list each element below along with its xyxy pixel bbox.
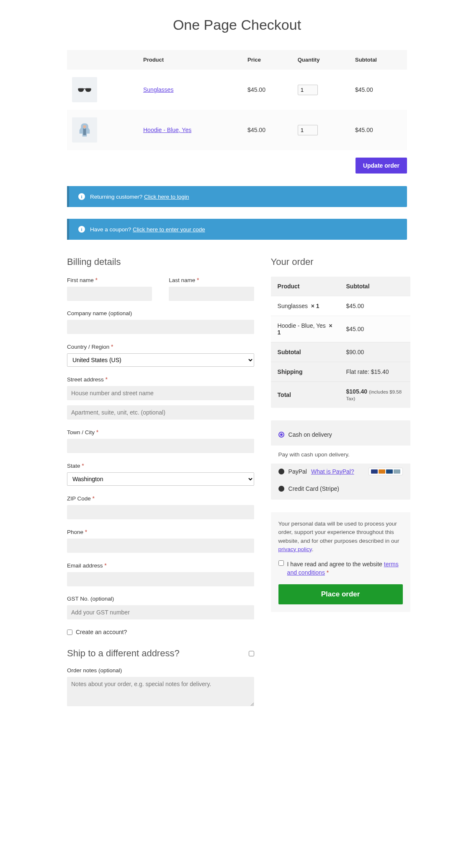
- order-summary: Product Subtotal Sunglasses × 1 $45.00 H…: [271, 277, 410, 408]
- payment-methods: Cash on delivery Pay with cash upon deli…: [271, 420, 410, 500]
- billing-column: Billing details First name * Last name *…: [67, 257, 254, 717]
- radio-icon: [278, 486, 284, 492]
- state-label: State *: [67, 462, 254, 469]
- returning-text: Returning customer?: [90, 194, 142, 200]
- place-order-box: Your personal data will be used to proce…: [271, 512, 410, 612]
- company-label: Company name (optional): [67, 310, 254, 316]
- phone-input[interactable]: [67, 539, 254, 553]
- stripe-label: Credit Card (Stripe): [289, 485, 339, 492]
- th-price: Price: [242, 50, 293, 70]
- update-order-button[interactable]: Update order: [356, 158, 407, 174]
- paypal-what-link[interactable]: What is PayPal?: [311, 468, 354, 475]
- info-icon: i: [78, 226, 85, 233]
- payment-option-cod[interactable]: Cash on delivery: [271, 427, 410, 444]
- company-input[interactable]: [67, 320, 254, 334]
- cart-table: Product Price Quantity Subtotal Sunglass…: [67, 50, 407, 150]
- paypal-label: PayPal: [289, 468, 307, 475]
- street-label: Street address *: [67, 376, 254, 383]
- product-link[interactable]: Hoodie - Blue, Yes: [143, 127, 191, 133]
- phone-label: Phone *: [67, 529, 254, 535]
- card-logos-icon: [368, 468, 403, 475]
- order-th-subtotal: Subtotal: [340, 277, 410, 296]
- page-title: One Page Checkout: [67, 17, 407, 33]
- gst-input[interactable]: [67, 605, 254, 619]
- state-select[interactable]: Washington: [67, 472, 254, 486]
- subtotal-cell: $45.00: [350, 70, 407, 110]
- login-link[interactable]: Click here to login: [144, 194, 189, 200]
- cod-description: Pay with cash upon delivery.: [271, 446, 410, 464]
- price-cell: $45.00: [242, 70, 293, 110]
- terms-checkbox[interactable]: [278, 560, 284, 566]
- first-name-label: First name *: [67, 277, 152, 283]
- country-label: Country / Region *: [67, 343, 254, 350]
- order-line: Hoodie - Blue, Yes × 1 $45.00: [271, 316, 410, 342]
- payment-option-stripe[interactable]: Credit Card (Stripe): [271, 481, 410, 498]
- order-notes-label: Order notes (optional): [67, 667, 254, 674]
- order-th-product: Product: [271, 277, 340, 296]
- product-thumb: [72, 117, 97, 143]
- order-heading: Your order: [271, 257, 410, 267]
- quantity-input[interactable]: [298, 125, 318, 135]
- order-line: Sunglasses × 1 $45.00: [271, 296, 410, 316]
- email-input[interactable]: [67, 572, 254, 586]
- table-row: Hoodie - Blue, Yes $45.00 $45.00: [67, 110, 407, 150]
- price-cell: $45.00: [242, 110, 293, 150]
- email-label: Email address *: [67, 562, 254, 569]
- quantity-input[interactable]: [298, 85, 318, 95]
- first-name-input[interactable]: [67, 287, 152, 301]
- table-row: Sunglasses $45.00 $45.00: [67, 70, 407, 110]
- cod-label: Cash on delivery: [289, 431, 332, 438]
- order-subtotal-row: Subtotal $90.00: [271, 342, 410, 362]
- hoodie-icon: [76, 121, 93, 139]
- radio-icon: [278, 432, 284, 438]
- privacy-link[interactable]: privacy policy: [278, 546, 312, 552]
- order-shipping-row: Shipping Flat rate: $15.40: [271, 362, 410, 382]
- zip-label: ZIP Code *: [67, 495, 254, 502]
- coupon-banner: i Have a coupon? Click here to enter you…: [67, 219, 407, 240]
- payment-option-paypal[interactable]: PayPal What is PayPal?: [271, 464, 410, 481]
- city-input[interactable]: [67, 439, 254, 453]
- subtotal-cell: $45.00: [350, 110, 407, 150]
- sunglasses-icon: [76, 81, 93, 98]
- privacy-text: Your personal data will be used to proce…: [278, 520, 403, 554]
- th-subtotal: Subtotal: [350, 50, 407, 70]
- order-notes-input[interactable]: [67, 677, 254, 706]
- product-thumb: [72, 77, 97, 102]
- radio-icon: [278, 469, 284, 474]
- city-label: Town / City *: [67, 429, 254, 435]
- street-input[interactable]: [67, 386, 254, 400]
- svg-point-0: [83, 125, 86, 128]
- th-product: Product: [138, 50, 242, 70]
- create-account-label: Create an account?: [76, 629, 127, 635]
- last-name-input[interactable]: [169, 287, 254, 301]
- create-account-checkbox[interactable]: [67, 630, 72, 635]
- order-column: Your order Product Subtotal Sunglasses ×…: [271, 257, 410, 717]
- terms-text: I have read and agree to the website ter…: [287, 560, 403, 577]
- order-total-row: Total $105.40 (includes $9.58 Tax): [271, 382, 410, 408]
- th-qty: Quantity: [293, 50, 350, 70]
- last-name-label: Last name *: [169, 277, 254, 283]
- ship-to-checkbox[interactable]: [249, 651, 254, 656]
- info-icon: i: [78, 193, 85, 200]
- billing-heading: Billing details: [67, 257, 254, 267]
- zip-input[interactable]: [67, 505, 254, 519]
- product-link[interactable]: Sunglasses: [143, 86, 173, 93]
- street2-input[interactable]: [67, 405, 254, 420]
- place-order-button[interactable]: Place order: [278, 584, 403, 604]
- cart-section: Product Price Quantity Subtotal Sunglass…: [67, 50, 407, 174]
- gst-label: GST No. (optional): [67, 596, 254, 602]
- country-select[interactable]: United States (US): [67, 353, 254, 367]
- ship-to-heading: Ship to a different address?: [67, 648, 180, 659]
- cart-actions: Update order: [67, 158, 407, 174]
- returning-customer-banner: i Returning customer? Click here to logi…: [67, 186, 407, 207]
- coupon-text: Have a coupon?: [90, 226, 131, 233]
- coupon-link[interactable]: Click here to enter your code: [133, 226, 205, 233]
